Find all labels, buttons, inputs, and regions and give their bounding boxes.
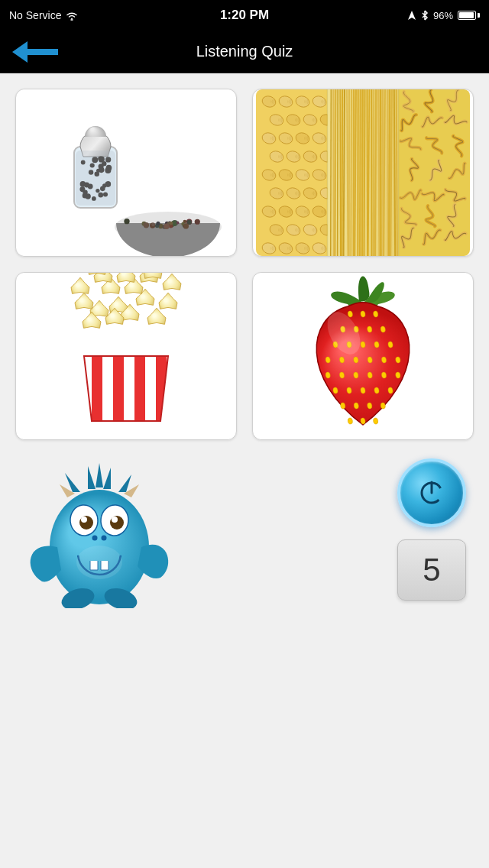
bluetooth-icon bbox=[421, 10, 429, 21]
quiz-grid bbox=[15, 89, 474, 440]
counter-badge: 5 bbox=[397, 539, 466, 601]
main-content: 5 bbox=[0, 73, 489, 868]
status-bar: No Service 1:20 PM 96% bbox=[0, 0, 489, 31]
status-time: 1:20 PM bbox=[220, 8, 269, 23]
power-icon bbox=[416, 478, 447, 508]
battery-icon bbox=[458, 11, 480, 20]
bottom-section: 5 bbox=[15, 455, 474, 608]
no-service-text: No Service bbox=[9, 9, 61, 21]
right-controls: 5 bbox=[397, 458, 466, 601]
quiz-cell-strawberry[interactable] bbox=[252, 272, 474, 440]
back-button[interactable] bbox=[12, 40, 58, 64]
nav-title: Listening Quiz bbox=[12, 43, 477, 60]
power-button[interactable] bbox=[397, 458, 466, 527]
svg-point-0 bbox=[71, 18, 73, 19]
nav-bar: Listening Quiz bbox=[0, 31, 489, 73]
wifi-icon bbox=[66, 11, 78, 21]
counter-value: 5 bbox=[423, 552, 440, 588]
location-icon bbox=[407, 10, 416, 21]
quiz-cell-pasta[interactable] bbox=[252, 89, 474, 257]
quiz-cell-popcorn[interactable] bbox=[15, 272, 237, 440]
svg-marker-1 bbox=[12, 41, 58, 63]
monster-container bbox=[23, 455, 176, 608]
battery-percent: 96% bbox=[433, 10, 453, 21]
quiz-cell-pepper[interactable] bbox=[15, 89, 237, 257]
